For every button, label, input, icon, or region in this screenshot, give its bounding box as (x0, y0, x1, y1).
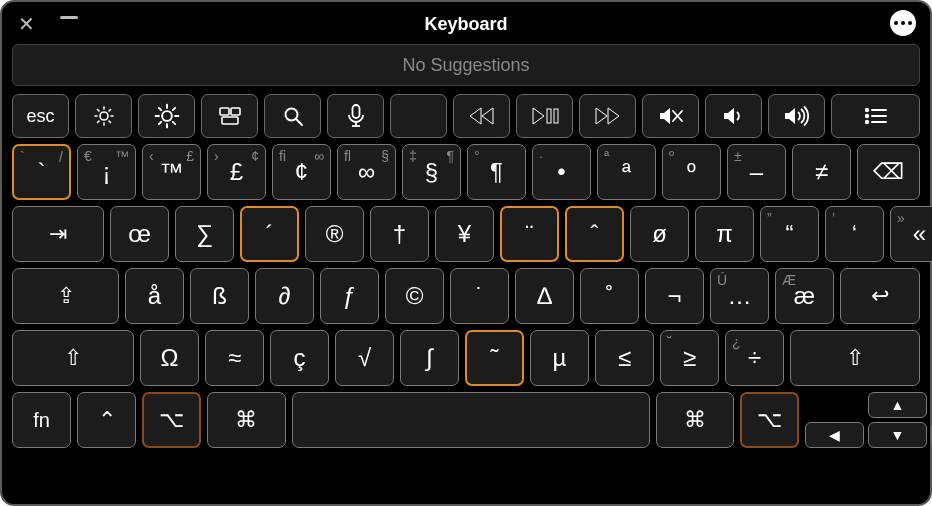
svg-marker-31 (596, 108, 607, 124)
key-pilcrow[interactable]: °¶ (467, 144, 526, 200)
key-registered[interactable]: ® (305, 206, 364, 262)
more-icon[interactable] (890, 10, 916, 36)
key-option-right[interactable]: ⌥ (740, 392, 799, 448)
play-pause-icon[interactable] (516, 94, 573, 138)
key-bullet[interactable]: ·• (532, 144, 591, 200)
fast-forward-icon[interactable] (579, 94, 636, 138)
key-o-slash[interactable]: ø (630, 206, 689, 262)
key-tm[interactable]: ‹£™ (142, 144, 201, 200)
key-mu[interactable]: µ (530, 330, 589, 386)
key-dot-above[interactable]: ˙ (450, 268, 509, 324)
mission-control-icon[interactable] (201, 94, 258, 138)
key-fn[interactable]: fn (12, 392, 71, 448)
key-pound[interactable]: ›¢£ (207, 144, 266, 200)
key-tab[interactable]: ⇥ (12, 206, 104, 262)
svg-line-17 (172, 108, 174, 110)
key-omega[interactable]: Ω (140, 330, 199, 386)
svg-line-14 (158, 108, 160, 110)
svg-line-16 (158, 122, 160, 124)
key-a-ring[interactable]: å (125, 268, 184, 324)
key-return[interactable]: ↩ (840, 268, 920, 324)
key-command-left[interactable]: ⌘ (207, 392, 286, 448)
key-left-squote[interactable]: ’‘ (825, 206, 884, 262)
key-endash[interactable]: ±– (727, 144, 786, 200)
suggestions-text: No Suggestions (402, 55, 529, 76)
key-section[interactable]: ‡¶§ (402, 144, 461, 200)
brightness-down-icon[interactable] (75, 94, 132, 138)
svg-marker-28 (533, 108, 544, 124)
key-oe[interactable]: œ (110, 206, 169, 262)
svg-line-22 (296, 119, 302, 125)
key-backspace[interactable]: ⌫ (857, 144, 920, 200)
key-geq[interactable]: ˘≥ (660, 330, 719, 386)
key-approx[interactable]: ≈ (205, 330, 264, 386)
key-inverted-exclaim[interactable]: €™¡ (77, 144, 136, 200)
rewind-icon[interactable] (453, 94, 510, 138)
key-command-right[interactable]: ⌘ (656, 392, 735, 448)
key-florin[interactable]: ƒ (320, 268, 379, 324)
svg-marker-33 (660, 108, 670, 124)
key-sigma[interactable]: ∑ (175, 206, 234, 262)
key-ord-a[interactable]: ªª (597, 144, 656, 200)
arrow-up-icon[interactable]: ▲ (868, 392, 927, 418)
row-bottom: fn ⌃ ⌥ ⌘ ⌘ ⌥ ▲ ◀ ▼ ▶ (12, 392, 920, 448)
key-dagger[interactable]: † (370, 206, 429, 262)
key-divide[interactable]: ¿÷ (725, 330, 784, 386)
key-ae[interactable]: Ææ (775, 268, 834, 324)
svg-point-40 (865, 115, 867, 117)
key-circumflex[interactable]: ˆ (565, 206, 624, 262)
key-tilde[interactable]: ˜ (465, 330, 524, 386)
key-diaeresis[interactable]: ¨ (500, 206, 559, 262)
arrow-left-icon[interactable]: ◀ (805, 422, 864, 448)
svg-marker-32 (608, 108, 619, 124)
window-title: Keyboard (424, 14, 507, 35)
key-grave[interactable]: `/` (12, 144, 71, 200)
dnd-icon[interactable] (390, 94, 447, 138)
key-option-left[interactable]: ⌥ (142, 392, 201, 448)
key-ellipsis[interactable]: Ú… (710, 268, 769, 324)
svg-line-15 (172, 122, 174, 124)
suggestions-bar: No Suggestions (12, 44, 920, 86)
key-yen[interactable]: ¥ (435, 206, 494, 262)
svg-rect-18 (220, 108, 229, 115)
arrow-down-icon[interactable]: ▼ (868, 422, 927, 448)
svg-rect-23 (352, 105, 359, 118)
key-left-dquote[interactable]: ”“ (760, 206, 819, 262)
arrow-cluster: ▲ ◀ ▼ ▶ (805, 392, 932, 448)
key-integral[interactable]: ∫ (400, 330, 459, 386)
svg-marker-27 (482, 108, 493, 124)
key-ord-o[interactable]: ºº (662, 144, 721, 200)
key-pi[interactable]: π (695, 206, 754, 262)
key-acute[interactable]: ´ (240, 206, 299, 262)
key-shift-right[interactable]: ⇧ (790, 330, 920, 386)
dictation-icon[interactable] (327, 94, 384, 138)
key-capslock[interactable]: ⇪ (12, 268, 119, 324)
svg-marker-36 (724, 108, 734, 124)
key-partial[interactable]: ∂ (255, 268, 314, 324)
volume-up-icon[interactable] (768, 94, 825, 138)
brightness-up-icon[interactable] (138, 94, 195, 138)
key-esc[interactable]: esc (12, 94, 69, 138)
close-icon[interactable]: ✕ (18, 12, 35, 36)
key-sqrt[interactable]: √ (335, 330, 394, 386)
key-cent[interactable]: ﬁ∞¢ (272, 144, 331, 200)
key-space[interactable] (292, 392, 650, 448)
list-icon[interactable] (831, 94, 920, 138)
key-not-sign[interactable]: ¬ (645, 268, 704, 324)
key-ring-above[interactable]: ˚ (580, 268, 639, 324)
search-icon[interactable] (264, 94, 321, 138)
svg-marker-26 (470, 108, 481, 124)
key-guillemet[interactable]: »« (890, 206, 932, 262)
mute-icon[interactable] (642, 94, 699, 138)
key-infinity[interactable]: ﬂ§∞ (337, 144, 396, 200)
volume-down-icon[interactable] (705, 94, 762, 138)
minimize-icon[interactable] (60, 16, 78, 19)
key-leq[interactable]: ≤ (595, 330, 654, 386)
key-sharp-s[interactable]: ß (190, 268, 249, 324)
key-neq[interactable]: ≠ (792, 144, 851, 200)
key-cedilla[interactable]: ç (270, 330, 329, 386)
key-control[interactable]: ⌃ (77, 392, 136, 448)
key-copyright[interactable]: © (385, 268, 444, 324)
key-delta[interactable]: ∆ (515, 268, 574, 324)
key-shift-left[interactable]: ⇧ (12, 330, 134, 386)
